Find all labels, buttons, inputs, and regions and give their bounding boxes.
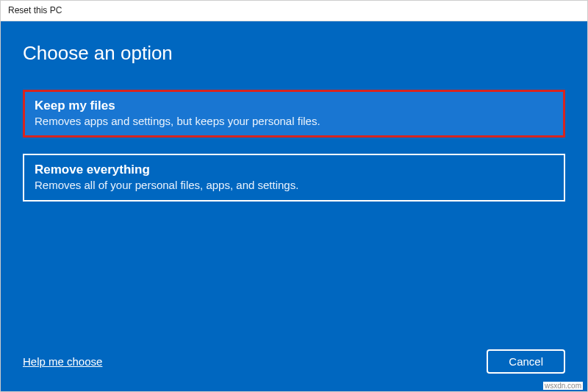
cancel-button[interactable]: Cancel — [487, 349, 565, 374]
option-description: Removes apps and settings, but keeps you… — [35, 115, 553, 127]
reset-pc-window: Reset this PC Choose an option Keep my f… — [0, 0, 588, 392]
option-title: Keep my files — [35, 99, 553, 113]
window-title: Reset this PC — [8, 5, 62, 15]
dialog-body: Choose an option Keep my files Removes a… — [1, 21, 587, 391]
dialog-footer: Help me choose Cancel — [23, 335, 565, 377]
option-description: Removes all of your personal files, apps… — [35, 179, 553, 191]
option-keep-my-files[interactable]: Keep my files Removes apps and settings,… — [23, 90, 565, 138]
option-remove-everything[interactable]: Remove everything Removes all of your pe… — [23, 154, 565, 202]
window-titlebar: Reset this PC — [1, 1, 587, 21]
help-me-choose-link[interactable]: Help me choose — [23, 355, 102, 368]
watermark-text: wsxdn.com — [543, 382, 583, 390]
option-title: Remove everything — [35, 163, 553, 177]
dialog-heading: Choose an option — [23, 42, 565, 65]
